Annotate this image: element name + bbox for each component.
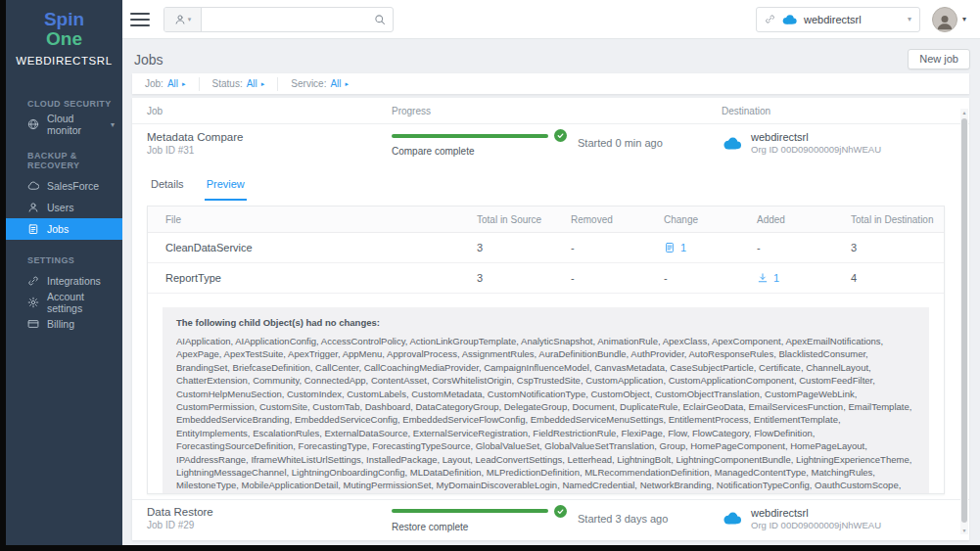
file-name: ReportType	[165, 272, 477, 284]
table-row: CleanDataService 3 - 1 - 3	[148, 233, 944, 263]
added-link[interactable]: 1	[757, 272, 851, 284]
tab-details[interactable]: Details	[149, 166, 186, 201]
page-title: Jobs	[134, 52, 163, 68]
vertical-scrollbar[interactable]: ▲ ▼	[960, 109, 968, 534]
spinone-logo[interactable]: Spin One	[6, 10, 122, 49]
org-selector-dropdown[interactable]: webdirectsrl ▾	[756, 7, 920, 32]
new-job-button[interactable]: New job	[908, 49, 970, 69]
column-header-destination: Destination	[722, 106, 969, 116]
salesforce-cloud-icon	[722, 136, 743, 151]
destination-name: webdirectsrl	[751, 507, 881, 519]
credit-card-icon	[27, 318, 39, 330]
sidebar: Spin One WEBDIRECTSRL CLOUD SECURITY Clo…	[6, 0, 122, 545]
cloud-icon	[27, 180, 39, 192]
total-in-destination: 3	[851, 242, 944, 253]
column-header-file: File	[165, 214, 477, 225]
caret-right-icon: ▸	[182, 80, 186, 88]
gear-icon	[27, 297, 39, 308]
filter-label: Service:	[291, 78, 326, 89]
total-in-source: 3	[477, 272, 571, 284]
main-area: ▾ webdirectsrl ▾ ▾	[122, 0, 980, 545]
tab-preview[interactable]: Preview	[205, 166, 247, 201]
hamburger-menu-icon[interactable]	[130, 13, 150, 26]
removed-count: -	[571, 242, 664, 253]
check-circle-icon	[554, 505, 567, 518]
job-started: Started 0 min ago	[578, 137, 722, 149]
filter-value: All	[330, 78, 341, 89]
user-icon	[27, 202, 39, 213]
sidebar-item-label: Integrations	[47, 275, 101, 287]
no-changes-heading: The following child Object(s) had no cha…	[176, 317, 915, 328]
person-icon	[935, 12, 955, 31]
section-header-backup-recovery: BACKUP & RECOVERY	[6, 151, 122, 170]
filter-label: Job:	[145, 78, 163, 89]
filter-job[interactable]: Job: All ▸	[132, 77, 200, 91]
job-progress-cell: Compare complete	[392, 129, 578, 157]
user-menu[interactable]: ▾	[932, 7, 966, 32]
no-changes-body: AIApplication, AIApplicationConfig, Acce…	[176, 335, 915, 494]
jobs-icon	[27, 223, 39, 235]
avatar	[932, 7, 957, 32]
column-header-progress: Progress	[392, 106, 578, 116]
total-in-destination: 4	[851, 272, 944, 284]
job-destination-cell: webdirectsrl Org ID 00D09000009jNhWEAU	[722, 507, 969, 530]
job-row-data-restore[interactable]: Data Restore Job ID #29 Restore complete…	[132, 499, 969, 536]
sidebar-item-label: Users	[47, 202, 73, 213]
column-header-removed: Removed	[571, 214, 664, 225]
job-id: Job ID #31	[147, 145, 392, 156]
download-icon	[757, 272, 769, 284]
detail-tabs: Details Preview	[132, 161, 969, 206]
logo-text-one: One	[6, 29, 122, 49]
person-icon	[174, 14, 186, 25]
removed-count: -	[571, 272, 664, 284]
sidebar-item-billing[interactable]: Billing	[6, 313, 122, 335]
scrollbar-thumb[interactable]	[961, 118, 967, 523]
search-scope-selector[interactable]: ▾	[164, 8, 202, 31]
column-header-total-in-source: Total in Source	[477, 214, 571, 225]
filter-status[interactable]: Status: All ▸	[200, 77, 279, 91]
caret-right-icon: ▸	[346, 80, 350, 88]
job-row-metadata-compare[interactable]: Metadata Compare Job ID #31 Compare comp…	[132, 124, 969, 161]
sidebar-item-label: Jobs	[47, 223, 69, 235]
app-window: Spin One WEBDIRECTSRL CLOUD SECURITY Clo…	[6, 0, 980, 545]
added-count: 1	[773, 272, 779, 284]
sidebar-item-label: Billing	[47, 318, 74, 330]
sidebar-item-users[interactable]: Users	[6, 197, 122, 218]
sidebar-item-account-settings[interactable]: Account settings	[6, 292, 122, 313]
section-header-cloud-security: CLOUD SECURITY	[6, 99, 122, 109]
scroll-down-icon[interactable]: ▼	[960, 527, 968, 534]
salesforce-cloud-icon	[781, 14, 798, 25]
column-header-change: Change	[664, 214, 757, 225]
change-link[interactable]: 1	[664, 242, 757, 253]
sidebar-item-integrations[interactable]: Integrations	[6, 270, 122, 292]
destination-name: webdirectsrl	[751, 131, 881, 143]
sidebar-item-cloud-monitor[interactable]: Cloud monitor ▾	[6, 114, 122, 135]
search-input[interactable]	[202, 14, 367, 25]
sidebar-item-label: Cloud monitor	[47, 113, 103, 136]
scroll-up-icon[interactable]: ▲	[960, 109, 968, 116]
filter-value: All	[247, 78, 257, 89]
filter-service[interactable]: Service: All ▸	[278, 77, 361, 91]
no-changes-box: The following child Object(s) had no cha…	[163, 307, 929, 494]
job-started: Started 3 days ago	[578, 513, 722, 525]
section-header-settings: SETTINGS	[6, 255, 122, 265]
progress-status: Compare complete	[392, 146, 578, 157]
job-id: Job ID #29	[147, 520, 392, 530]
check-circle-icon	[554, 129, 567, 142]
topbar-right: webdirectsrl ▾ ▾	[756, 7, 966, 32]
sidebar-item-jobs[interactable]: Jobs	[6, 218, 122, 240]
sidebar-item-label: Account settings	[47, 291, 115, 314]
change-count: -	[664, 272, 757, 284]
filter-bar: Job: All ▸ Status: All ▸ Service: All ▸	[132, 73, 969, 94]
progress-bar	[392, 134, 548, 138]
salesforce-cloud-icon	[722, 511, 743, 526]
caret-right-icon: ▸	[261, 80, 265, 88]
content-area: Jobs New job Job: All ▸ Status: All ▸ Se…	[122, 39, 980, 545]
job-destination-cell: webdirectsrl Org ID 00D09000009jNhWEAU	[722, 131, 969, 155]
logo-text-spin: Spin	[6, 10, 122, 29]
chevron-down-icon: ▾	[188, 16, 192, 23]
search-icon[interactable]	[367, 14, 393, 25]
destination-org-id: Org ID 00D09000009jNhWEAU	[751, 144, 881, 155]
preview-panel: File Total in Source Removed Change Adde…	[147, 206, 945, 494]
sidebar-item-salesforce[interactable]: SalesForce	[6, 175, 122, 197]
